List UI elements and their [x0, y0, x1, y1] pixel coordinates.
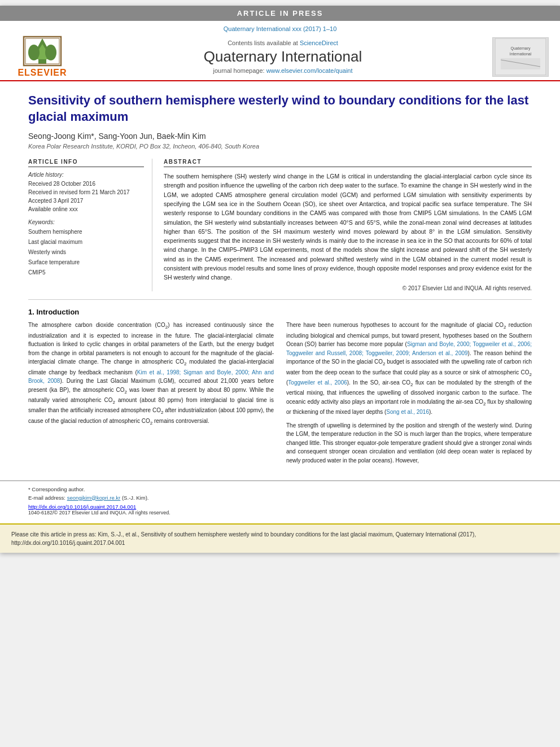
citation-bar: Please cite this article in press as: Ki… — [0, 523, 560, 553]
intro-col-right: There have been numerous hypotheses to a… — [286, 321, 532, 469]
sci-direct-label: Contents lists available at ScienceDirec… — [73, 40, 492, 46]
abstract-col: ABSTRACT The southern hemisphere (SH) we… — [164, 159, 532, 291]
email-footnote: E-mail address: seongjkim@kopri.re.kr (S… — [28, 494, 532, 502]
abstract-section-label: ABSTRACT — [164, 159, 532, 167]
corresponding-author: * Corresponding author. — [28, 486, 532, 493]
elsevier-tree-icon — [23, 36, 62, 67]
article-info-col: ARTICLE INFO Article history: Received 2… — [28, 159, 152, 291]
svg-text:International: International — [510, 52, 532, 56]
svg-point-4 — [45, 45, 56, 60]
intro-para-3: The strength of upwelling is determined … — [286, 421, 532, 465]
svg-rect-7 — [495, 38, 546, 75]
svg-text:Quaternary: Quaternary — [510, 46, 531, 51]
page: ARTICLE IN PRESS Quaternary Internationa… — [0, 6, 560, 553]
elsevier-label: ELSEVIER — [18, 68, 67, 78]
journal-header: Quaternary International xxx (2017) 1–10… — [0, 21, 560, 81]
accepted-date: Accepted 3 April 2017 — [28, 196, 144, 205]
article-title: Sensitivity of southern hemisphere weste… — [28, 93, 532, 125]
keyword-item: Southern hemisphere — [28, 227, 144, 237]
journal-title-area: Contents lists available at ScienceDirec… — [73, 40, 492, 74]
intro-para-1: The atmosphere carbon dioxide concentrat… — [28, 321, 274, 427]
article-history-label: Article history: — [28, 172, 144, 178]
article-info-section-label: ARTICLE INFO — [28, 159, 144, 167]
elsevier-logo: ELSEVIER — [11, 36, 73, 78]
online-date: Available online xxx — [28, 205, 144, 213]
authors: Seong-Joong Kim*, Sang-Yoon Jun, Baek-Mi… — [28, 132, 532, 141]
citation-text: Please cite this article in press as: Ki… — [11, 530, 549, 547]
intro-para-2: There have been numerous hypotheses to a… — [286, 321, 532, 416]
article-history: Article history: Received 28 October 201… — [28, 172, 144, 213]
journal-reference: Quaternary International xxx (2017) 1–10 — [11, 25, 549, 32]
svg-rect-10 — [501, 58, 540, 69]
banner-text: ARTICLE IN PRESS — [237, 9, 323, 18]
keyword-item: Surface temperature — [28, 257, 144, 268]
article-info-abstract: ARTICLE INFO Article history: Received 2… — [28, 159, 532, 291]
article-in-press-banner: ARTICLE IN PRESS — [0, 6, 560, 21]
journal-name: Quaternary International — [73, 48, 492, 65]
doi-link[interactable]: http://dx.doi.org/10.1016/j.quaint.2017.… — [28, 504, 532, 510]
main-content: Sensitivity of southern hemisphere weste… — [0, 81, 560, 480]
homepage-link[interactable]: www.elsevier.com/locate/quaint — [266, 67, 353, 74]
journal-cover-icon: Quaternary International — [495, 38, 546, 75]
keywords-list: Southern hemisphereLast glacial maximumW… — [28, 227, 144, 278]
issn-text: 1040-6182/© 2017 Elsevier Ltd and INQUA.… — [28, 510, 532, 516]
keyword-item: CMIP5 — [28, 268, 144, 278]
introduction-heading: 1. Introduction — [28, 308, 532, 316]
keyword-item: Last glacial maximum — [28, 237, 144, 247]
copyright: © 2017 Elsevier Ltd and INQUA. All right… — [164, 285, 532, 291]
introduction-content: The atmosphere carbon dioxide concentrat… — [28, 321, 532, 469]
keywords-label: Keywords: — [28, 219, 144, 225]
section-divider — [28, 299, 532, 300]
abstract-text: The southern hemisphere (SH) westerly wi… — [164, 172, 532, 282]
svg-point-3 — [28, 45, 40, 60]
received-date: Received 28 October 2016 — [28, 180, 144, 188]
journal-homepage: journal homepage: www.elsevier.com/locat… — [73, 67, 492, 74]
keywords-group: Keywords: Southern hemisphereLast glacia… — [28, 219, 144, 278]
journal-logo-right: Quaternary International — [492, 37, 549, 77]
header-content: ELSEVIER Contents lists available at Sci… — [11, 36, 549, 78]
footnote-area: * Corresponding author. E-mail address: … — [0, 480, 560, 518]
revised-date: Received in revised form 21 March 2017 — [28, 188, 144, 196]
sci-direct-link[interactable]: ScienceDirect — [300, 40, 338, 46]
intro-col-left: The atmosphere carbon dioxide concentrat… — [28, 321, 274, 469]
affiliation: Korea Polar Research Institute, KORDI, P… — [28, 143, 532, 150]
keyword-item: Westerly winds — [28, 247, 144, 257]
email-link[interactable]: seongjkim@kopri.re.kr — [67, 495, 121, 501]
